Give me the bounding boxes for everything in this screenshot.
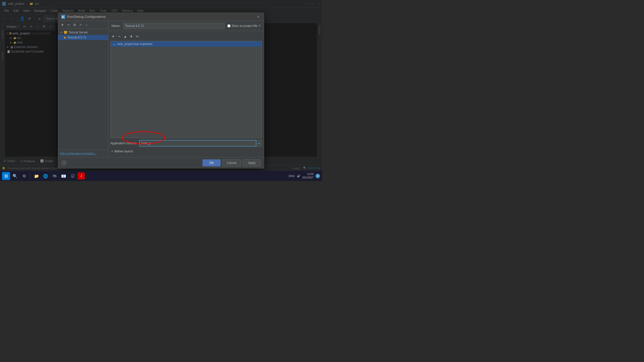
deploy-add-button[interactable]: + — [110, 34, 116, 39]
deploy-toolbar: + − ▲ ▼ ✏ — [110, 33, 262, 40]
dialog-overlay: ▶ Run/Debug Configurations ✕ + − ⧉ ⤢ ↕ ▼ — [0, 0, 322, 181]
apply-button[interactable]: Apply — [243, 159, 261, 166]
ok-button[interactable]: OK — [203, 159, 221, 166]
app-context-dropdown-button[interactable]: ▼ — [256, 140, 262, 147]
taskbar-search[interactable]: 🔍 — [11, 172, 19, 180]
taskbar-task-view[interactable]: ⧉ — [20, 172, 28, 180]
app-context-label: Application context: — [110, 142, 137, 145]
taskbar-mail[interactable]: 📧 — [60, 172, 68, 180]
dialog-footer: ? OK Cancel Apply — [58, 157, 264, 168]
tomcat-item-label: Tomcat 8.5.71 — [67, 36, 86, 39]
before-launch-label: Before launch — [114, 150, 133, 153]
taskbar-time: 12:06 2021/9/27 — [302, 172, 314, 179]
deploy-up-button[interactable]: ▲ — [123, 34, 128, 39]
config-content-panel: Name: Store as project file ⚙ + − ▲ — [108, 21, 264, 157]
app-context-input[interactable] — [139, 140, 256, 147]
before-launch-header[interactable]: ▼ Before launch — [110, 149, 262, 154]
deploy-edit-button[interactable]: ✏ — [135, 34, 140, 39]
dialog-body: + − ⧉ ⤢ ↕ ▼ 🐱 Tomcat Server ▶ — [58, 21, 264, 157]
deploy-remove-button[interactable]: − — [116, 34, 122, 39]
taskbar-store[interactable]: 🛍 — [51, 172, 59, 180]
config-tree-panel: + − ⧉ ⤢ ↕ ▼ 🐱 Tomcat Server ▶ — [58, 21, 108, 157]
config-name-row: Name: Store as project file ⚙ — [108, 21, 264, 31]
dialog-title-icon: ▶ — [61, 15, 65, 19]
start-button[interactable]: ⊞ — [2, 172, 10, 180]
config-group-tomcat[interactable]: ▼ 🐱 Tomcat Server — [58, 30, 108, 35]
taskbar-volume-icon[interactable]: 🔊 — [297, 174, 300, 178]
cancel-button[interactable]: Cancel — [223, 159, 241, 166]
before-launch-arrow-icon: ▼ — [111, 150, 113, 153]
add-config-button[interactable]: + — [60, 22, 65, 28]
war-item-icon: ☁ — [113, 42, 116, 46]
taskbar-lang: ENG — [289, 174, 295, 177]
before-launch-section: ▼ Before launch — [110, 148, 262, 155]
taskbar-sep — [30, 173, 30, 179]
taskbar-explorer[interactable]: 📁 — [32, 172, 41, 180]
dialog-title-bar: ▶ Run/Debug Configurations ✕ — [58, 13, 264, 21]
store-project-checkbox[interactable] — [227, 24, 230, 27]
config-name-input[interactable] — [123, 23, 224, 29]
taskbar-date: 2021/9/27 — [302, 176, 314, 179]
dialog-close-button[interactable]: ✕ — [256, 14, 261, 19]
taskbar-clock: 12:06 — [302, 172, 314, 176]
deployment-list: ☁ web_project:war exploded — [110, 41, 262, 138]
tomcat-group-label: Tomcat Server — [68, 31, 88, 34]
taskbar: ⊞ 🔍 ⧉ 📁 🌐 🛍 📧 ☑ J ENG 🔊 12:06 2021/9/27 … — [0, 171, 322, 181]
edit-templates-link[interactable]: Edit configuration templates... — [60, 152, 97, 155]
dialog-title: Run/Debug Configurations — [67, 15, 254, 19]
tomcat-group-icon: 🐱 — [64, 31, 67, 34]
app-context-row: Application context: ▼ — [110, 138, 262, 148]
taskbar-right: ENG 🔊 12:06 2021/9/27 3 — [289, 172, 320, 179]
tomcat-item-icon: ▶ — [64, 36, 66, 39]
help-button[interactable]: ? — [61, 160, 67, 166]
taskbar-notification[interactable]: 3 — [315, 174, 320, 178]
copy-config-button[interactable]: ⧉ — [72, 22, 77, 28]
store-project-gear-icon: ⚙ — [258, 24, 261, 27]
taskbar-edge[interactable]: 🌐 — [42, 172, 50, 180]
sort-config-button[interactable]: ↕ — [84, 22, 89, 28]
run-debug-dialog: ▶ Run/Debug Configurations ✕ + − ⧉ ⤢ ↕ ▼ — [58, 13, 264, 168]
war-item-label: web_project:war exploded — [117, 42, 152, 46]
config-footer: Edit configuration templates... — [58, 149, 108, 157]
app-context-input-wrap: ▼ — [139, 140, 262, 147]
tomcat-group-arrow: ▼ — [60, 31, 63, 34]
deploy-item-war[interactable]: ☁ web_project:war exploded — [111, 41, 262, 47]
deploy-content-area: + − ▲ ▼ ✏ ☁ web_project:war exploded — [108, 31, 264, 157]
remove-config-button[interactable]: − — [66, 22, 71, 28]
move-config-button[interactable]: ⤢ — [78, 22, 83, 28]
taskbar-jetbrains[interactable]: J — [78, 172, 85, 179]
taskbar-todo-app[interactable]: ☑ — [69, 172, 77, 180]
store-project-text: Store as project file — [231, 24, 257, 28]
config-item-tomcat[interactable]: ▶ Tomcat 8.5.71 — [58, 35, 108, 40]
config-tree-toolbar: + − ⧉ ⤢ ↕ — [58, 21, 108, 29]
config-tree-list: ▼ 🐱 Tomcat Server ▶ Tomcat 8.5.71 — [58, 29, 108, 149]
store-project-label[interactable]: Store as project file ⚙ — [227, 24, 261, 28]
name-label: Name: — [111, 24, 120, 28]
deploy-down-button[interactable]: ▼ — [129, 34, 134, 39]
